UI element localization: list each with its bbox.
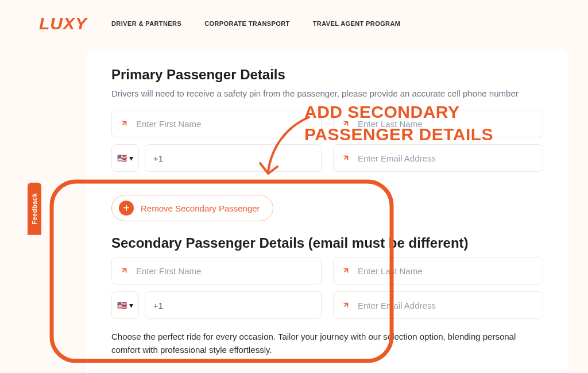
nav: DRIVER & PARTNERS CORPORATE TRANSPORT TR… — [111, 20, 400, 27]
secondary-phone-input[interactable] — [152, 300, 314, 311]
primary-phone-input[interactable] — [152, 153, 314, 164]
footnote: Choose the perfect ride for every occasi… — [111, 330, 543, 356]
primary-last-name-input[interactable] — [357, 118, 536, 129]
remove-secondary-button[interactable]: + Remove Secondary Passenger — [111, 195, 273, 221]
primary-phone-field[interactable] — [145, 144, 322, 172]
secondary-phone-field[interactable] — [145, 291, 322, 319]
secondary-country-select[interactable]: 🇺🇸 ▾ — [111, 291, 139, 319]
input-arrow-icon — [341, 153, 351, 163]
input-arrow-icon — [341, 266, 351, 276]
feedback-tab[interactable]: Feedback — [28, 183, 41, 235]
nav-driver-partners[interactable]: DRIVER & PARTNERS — [111, 20, 181, 27]
remove-secondary-label: Remove Secondary Passenger — [141, 203, 260, 213]
primary-country-select[interactable]: 🇺🇸 ▾ — [111, 144, 139, 172]
input-arrow-icon — [341, 118, 351, 129]
nav-travel-agent-program[interactable]: TRAVEL AGENT PROGRAM — [313, 20, 401, 27]
input-arrow-icon — [341, 300, 351, 310]
primary-subtitle: Drivers will need to receive a safety pi… — [111, 89, 543, 98]
secondary-first-name-field[interactable] — [111, 257, 322, 284]
primary-last-name-field[interactable] — [333, 110, 543, 137]
secondary-title: Secondary Passenger Details (email must … — [111, 235, 543, 251]
secondary-last-name-input[interactable] — [357, 266, 536, 276]
primary-first-name-input[interactable] — [135, 118, 314, 129]
nav-corporate-transport[interactable]: CORPORATE TRANSPORT — [204, 20, 290, 27]
secondary-first-name-input[interactable] — [135, 266, 314, 276]
header: LUXY DRIVER & PARTNERS CORPORATE TRANSPO… — [0, 0, 588, 40]
secondary-email-input[interactable] — [357, 300, 536, 311]
primary-email-input[interactable] — [357, 153, 536, 164]
logo: LUXY — [39, 14, 87, 33]
primary-email-field[interactable] — [333, 144, 543, 172]
input-arrow-icon — [119, 118, 129, 129]
secondary-email-field[interactable] — [333, 291, 543, 319]
secondary-last-name-field[interactable] — [333, 257, 543, 284]
passenger-form-card: Primary Passenger Details Drivers will n… — [86, 49, 568, 373]
primary-title: Primary Passenger Details — [111, 67, 543, 83]
input-arrow-icon — [119, 266, 129, 276]
plus-icon: + — [119, 201, 134, 216]
primary-first-name-field[interactable] — [111, 110, 322, 137]
